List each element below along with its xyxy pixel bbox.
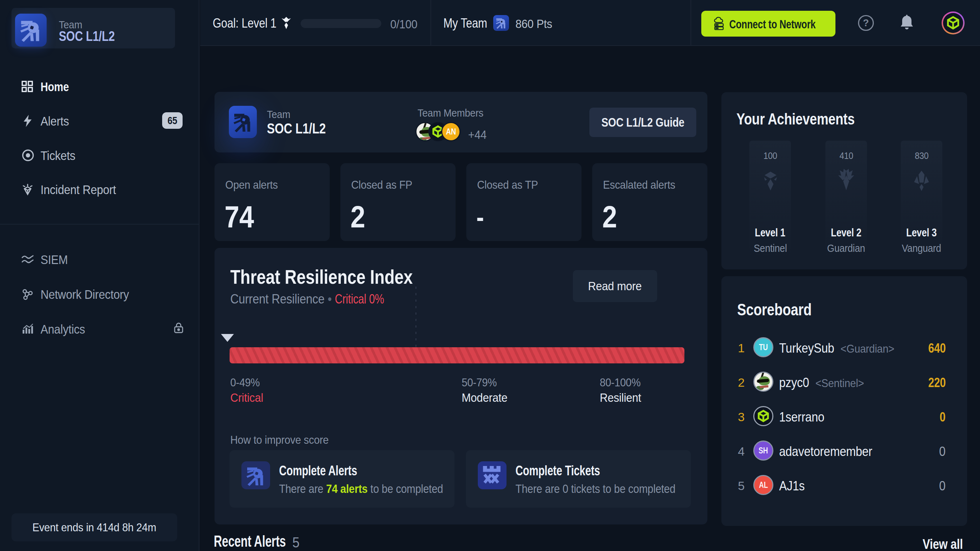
svg-text:?: ?	[863, 18, 869, 28]
